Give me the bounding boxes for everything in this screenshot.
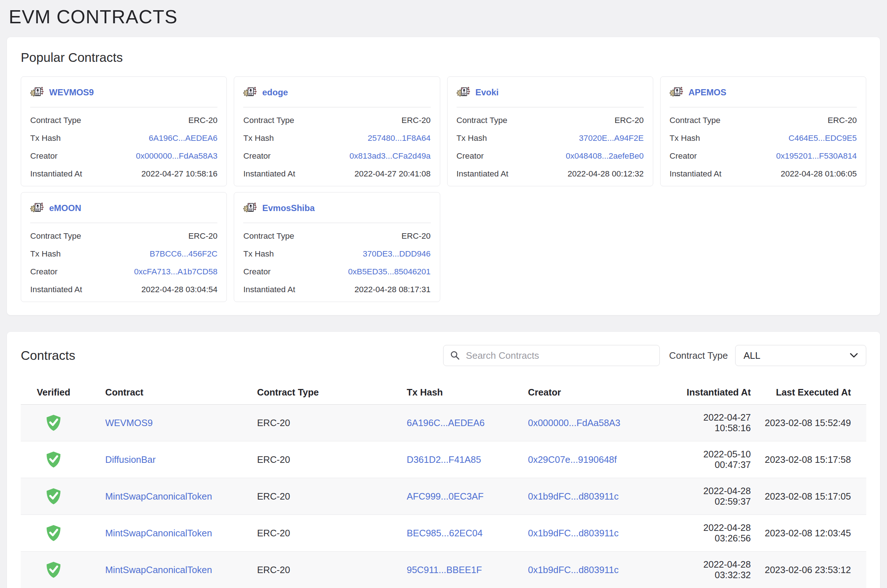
popular-contract-card: edoge Contract Type ERC-20 Tx Hash 25748… (234, 76, 440, 186)
tx-hash-link[interactable]: 370DE3...DDD946 (363, 249, 430, 259)
card-divider (243, 223, 430, 223)
contract-type-value: ERC-20 (401, 116, 430, 125)
col-header-last-executed-at: Last Executed At (751, 387, 851, 398)
instantiated-at-label: Instantiated At (457, 169, 509, 178)
popular-contracts-panel: Popular Contracts WEVMOS9 Contract Type … (7, 37, 880, 315)
contract-type-value: ERC-20 (238, 418, 388, 428)
instantiated-at-value: 2022-04-28 02:59:37 (666, 486, 751, 507)
last-executed-at-value: 2023-02-08 15:17:58 (751, 454, 851, 465)
table-row: DiffusionBar ERC-20 D361D2...F41A85 0x29… (21, 441, 866, 478)
tx-hash-link[interactable]: B7BCC6...456F2C (150, 249, 217, 259)
contract-name-link[interactable]: Evoki (475, 87, 499, 98)
last-executed-at-value: 2023-02-08 12:03:45 (751, 528, 851, 538)
contract-name-link[interactable]: MintSwapCanonicalToken (105, 491, 212, 501)
instantiated-at-value: 2022-04-28 08:17:31 (355, 285, 431, 294)
contract-name-link[interactable]: WEVMOS9 (105, 418, 153, 428)
verified-shield-icon (45, 488, 62, 505)
popular-contracts-heading: Popular Contracts (21, 50, 866, 65)
tx-hash-link[interactable]: 95C911...BBEE1F (407, 565, 482, 575)
chevron-down-icon (850, 353, 858, 358)
contract-type-selected-value: ALL (744, 350, 760, 362)
creator-label: Creator (243, 152, 271, 161)
creator-link[interactable]: 0x1b9dFC...d803911c (528, 565, 619, 575)
tx-hash-link[interactable]: C464E5...EDC9E5 (788, 134, 857, 143)
creator-link[interactable]: 0x1b9dFC...d803911c (528, 528, 619, 538)
tx-hash-link[interactable]: 6A196C...AEDEA6 (407, 418, 485, 428)
contract-type-label: Contract Type (30, 231, 81, 241)
contract-type-filter-label: Contract Type (669, 350, 728, 362)
contracts-panel: Contracts Contract Type ALL Verified Con… (7, 332, 880, 588)
creator-link[interactable]: 0xcFA713...A1b7CD58 (134, 267, 217, 276)
popular-contracts-grid: WEVMOS9 Contract Type ERC-20 Tx Hash 6A1… (21, 76, 866, 302)
contract-type-select[interactable]: ALL (735, 345, 866, 366)
table-row: MintSwapCanonicalToken ERC-20 95C911...B… (21, 552, 866, 588)
contract-type-label: Contract Type (30, 116, 81, 125)
contract-type-value: ERC-20 (828, 116, 857, 125)
contract-type-label: Contract Type (243, 116, 294, 125)
creator-link[interactable]: 0x000000...FdAa58A3 (136, 152, 217, 161)
contract-type-value: ERC-20 (238, 454, 388, 465)
page-title: EVM CONTRACTS (0, 0, 887, 37)
contract-type-label: Contract Type (243, 231, 294, 241)
contract-type-label: Contract Type (670, 116, 721, 125)
creator-label: Creator (670, 152, 697, 161)
tx-hash-link[interactable]: 6A196C...AEDEA6 (149, 134, 217, 143)
popular-contract-card: EvmosShiba Contract Type ERC-20 Tx Hash … (234, 192, 440, 302)
contract-type-value: ERC-20 (188, 231, 217, 241)
creator-link[interactable]: 0x048408...2aefeBe0 (566, 152, 644, 161)
instantiated-at-value: 2022-04-28 03:26:56 (666, 522, 751, 544)
smart-contract-icon (670, 86, 684, 99)
popular-contract-card: eMOON Contract Type ERC-20 Tx Hash B7BCC… (21, 192, 227, 302)
contracts-heading: Contracts (21, 348, 75, 363)
contract-name-link[interactable]: MintSwapCanonicalToken (105, 565, 212, 575)
contract-name-link[interactable]: DiffusionBar (105, 454, 155, 465)
contract-name-link[interactable]: MintSwapCanonicalToken (105, 528, 212, 538)
contract-type-value: ERC-20 (238, 528, 388, 538)
tx-hash-link[interactable]: BEC985...62EC04 (407, 528, 483, 538)
creator-link[interactable]: 0x813ad3...CFa2d49a (350, 152, 431, 161)
creator-link[interactable]: 0x000000...FdAa58A3 (528, 418, 621, 428)
card-divider (670, 107, 857, 107)
smart-contract-icon (30, 201, 44, 215)
card-divider (30, 223, 217, 223)
creator-link[interactable]: 0x29C07e...9190648f (528, 454, 617, 465)
smart-contract-icon (243, 201, 257, 215)
smart-contract-icon (457, 86, 471, 99)
tx-hash-link[interactable]: 37020E...A94F2E (579, 134, 644, 143)
col-header-tx-hash: Tx Hash (388, 387, 509, 398)
contract-name-link[interactable]: APEMOS (689, 87, 726, 98)
smart-contract-icon (30, 86, 44, 99)
contract-type-value: ERC-20 (615, 116, 644, 125)
col-header-creator: Creator (509, 387, 666, 398)
tx-hash-label: Tx Hash (243, 249, 274, 259)
creator-link[interactable]: 0x195201...F530A814 (776, 152, 857, 161)
contract-name-link[interactable]: edoge (262, 87, 288, 98)
contract-name-link[interactable]: eMOON (49, 203, 81, 213)
contract-name-link[interactable]: WEVMOS9 (49, 87, 94, 98)
smart-contract-icon (243, 86, 257, 99)
col-header-contract: Contract (86, 387, 238, 398)
instantiated-at-value: 2022-04-28 03:32:32 (666, 559, 751, 580)
contract-type-value: ERC-20 (188, 116, 217, 125)
tx-hash-link[interactable]: AFC999...0EC3AF (407, 491, 484, 501)
verified-shield-icon (45, 414, 62, 432)
tx-hash-link[interactable]: 257480...1F8A64 (368, 134, 431, 143)
table-row: WEVMOS9 ERC-20 6A196C...AEDEA6 0x000000.… (21, 405, 866, 441)
popular-contract-card: APEMOS Contract Type ERC-20 Tx Hash C464… (660, 76, 866, 186)
instantiated-at-value: 2022-04-28 00:12:32 (568, 169, 644, 178)
instantiated-at-label: Instantiated At (243, 285, 295, 294)
instantiated-at-value: 2022-04-28 01:06:05 (781, 169, 857, 178)
tx-hash-label: Tx Hash (30, 249, 61, 259)
card-divider (243, 107, 430, 107)
creator-link[interactable]: 0x1b9dFC...d803911c (528, 491, 619, 501)
table-header-row: Verified Contract Contract Type Tx Hash … (21, 381, 866, 405)
tx-hash-link[interactable]: D361D2...F41A85 (407, 454, 481, 465)
creator-label: Creator (457, 152, 484, 161)
creator-link[interactable]: 0xB5ED35...85046201 (348, 267, 430, 276)
table-body: WEVMOS9 ERC-20 6A196C...AEDEA6 0x000000.… (21, 405, 866, 588)
last-executed-at-value: 2023-02-08 15:17:05 (751, 491, 851, 502)
last-executed-at-value: 2023-02-08 15:52:49 (751, 418, 851, 428)
col-header-instantiated-at: Instantiated At (666, 387, 751, 398)
search-contracts-input[interactable] (443, 345, 660, 366)
contract-name-link[interactable]: EvmosShiba (262, 203, 314, 213)
